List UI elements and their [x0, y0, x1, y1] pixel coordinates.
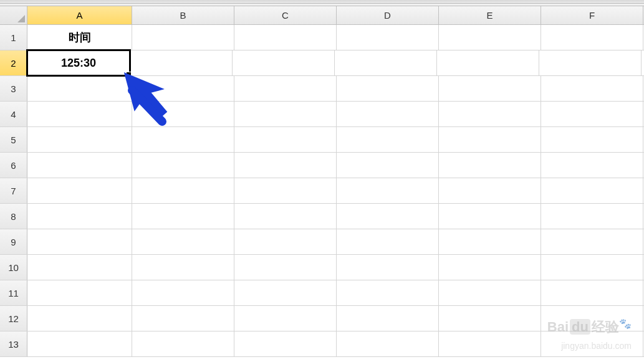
cell-F3[interactable] [541, 76, 643, 101]
row-header-7[interactable]: 7 [0, 178, 27, 203]
cell-C6[interactable] [234, 153, 337, 178]
row-header-6[interactable]: 6 [0, 153, 27, 178]
cell-C12[interactable] [234, 306, 337, 331]
cell-B2[interactable] [130, 50, 233, 75]
cell-B5[interactable] [132, 127, 234, 152]
cell-D12[interactable] [337, 306, 439, 331]
cell-F1[interactable] [541, 25, 643, 50]
cell-B9[interactable] [132, 229, 234, 254]
cell-A4[interactable] [27, 102, 132, 126]
cell-D10[interactable] [337, 255, 439, 280]
column-header-A[interactable]: A [27, 6, 132, 24]
cell-D11[interactable] [337, 280, 439, 305]
cell-D13[interactable] [337, 331, 439, 356]
row-header-8[interactable]: 8 [0, 204, 27, 229]
cell-A13[interactable] [27, 331, 132, 356]
cell-A3[interactable] [27, 76, 132, 101]
cell-E2[interactable] [437, 50, 539, 75]
cell-D7[interactable] [337, 178, 439, 203]
select-all-corner[interactable] [0, 6, 27, 24]
cell-E5[interactable] [439, 127, 541, 152]
cell-B3[interactable] [132, 76, 234, 101]
row-header-4[interactable]: 4 [0, 102, 27, 126]
cell-B1[interactable] [132, 25, 234, 50]
cell-C3[interactable] [234, 76, 337, 101]
cell-E11[interactable] [439, 280, 541, 305]
table-row: 7 [0, 178, 644, 204]
cell-F5[interactable] [541, 127, 643, 152]
cell-D4[interactable] [337, 102, 439, 126]
cell-C7[interactable] [234, 178, 337, 203]
cell-E6[interactable] [439, 153, 541, 178]
cell-A5[interactable] [27, 127, 132, 152]
row-header-12[interactable]: 12 [0, 306, 27, 331]
cell-C8[interactable] [234, 204, 337, 229]
cell-A9[interactable] [27, 229, 132, 254]
cell-B7[interactable] [132, 178, 234, 203]
cell-B11[interactable] [132, 280, 234, 305]
cell-A2[interactable]: 125:30 [26, 49, 131, 77]
row-header-13[interactable]: 13 [0, 331, 27, 356]
cell-A6[interactable] [27, 153, 132, 178]
cell-F9[interactable] [541, 229, 643, 254]
cell-A7[interactable] [27, 178, 132, 203]
cell-E1[interactable] [439, 25, 541, 50]
cell-C1[interactable] [234, 25, 337, 50]
cell-C11[interactable] [234, 280, 337, 305]
cell-F4[interactable] [541, 102, 643, 126]
column-header-F[interactable]: F [541, 6, 643, 24]
cell-C4[interactable] [234, 102, 337, 126]
row-header-2[interactable]: 2 [0, 50, 27, 75]
cell-C13[interactable] [234, 331, 337, 356]
cell-E13[interactable] [439, 331, 541, 356]
cell-C10[interactable] [234, 255, 337, 280]
cell-F2[interactable] [539, 50, 642, 75]
cell-D5[interactable] [337, 127, 439, 152]
cell-B4[interactable] [132, 102, 234, 126]
cell-E3[interactable] [439, 76, 541, 101]
cell-D6[interactable] [337, 153, 439, 178]
cell-E10[interactable] [439, 255, 541, 280]
column-header-D[interactable]: D [337, 6, 439, 24]
cell-A1[interactable]: 时间 [27, 25, 132, 50]
row-header-5[interactable]: 5 [0, 127, 27, 152]
cell-B8[interactable] [132, 204, 234, 229]
cell-D9[interactable] [337, 229, 439, 254]
cell-B12[interactable] [132, 306, 234, 331]
cell-B10[interactable] [132, 255, 234, 280]
row-header-1[interactable]: 1 [0, 25, 27, 50]
cell-D1[interactable] [337, 25, 439, 50]
cell-D2[interactable] [335, 50, 437, 75]
cell-E8[interactable] [439, 204, 541, 229]
cell-F13[interactable] [541, 331, 643, 356]
row-header-3[interactable]: 3 [0, 76, 27, 101]
cell-A8[interactable] [27, 204, 132, 229]
cell-C5[interactable] [234, 127, 337, 152]
column-header-C[interactable]: C [234, 6, 337, 24]
cell-F11[interactable] [541, 280, 643, 305]
cell-D3[interactable] [337, 76, 439, 101]
cell-F10[interactable] [541, 255, 643, 280]
cell-A10[interactable] [27, 255, 132, 280]
cell-E12[interactable] [439, 306, 541, 331]
column-header-B[interactable]: B [132, 6, 234, 24]
cell-B6[interactable] [132, 153, 234, 178]
cell-C2[interactable] [233, 50, 335, 75]
cell-E4[interactable] [439, 102, 541, 126]
cell-F7[interactable] [541, 178, 643, 203]
cell-C9[interactable] [234, 229, 337, 254]
cell-A12[interactable] [27, 306, 132, 331]
cell-E7[interactable] [439, 178, 541, 203]
table-row: 13 [0, 331, 644, 357]
row-header-10[interactable]: 10 [0, 255, 27, 280]
cell-F6[interactable] [541, 153, 643, 178]
cell-D8[interactable] [337, 204, 439, 229]
cell-F12[interactable] [541, 306, 643, 331]
row-header-11[interactable]: 11 [0, 280, 27, 305]
cell-A11[interactable] [27, 280, 132, 305]
row-header-9[interactable]: 9 [0, 229, 27, 254]
cell-B13[interactable] [132, 331, 234, 356]
cell-F8[interactable] [541, 204, 643, 229]
column-header-E[interactable]: E [439, 6, 541, 24]
cell-E9[interactable] [439, 229, 541, 254]
